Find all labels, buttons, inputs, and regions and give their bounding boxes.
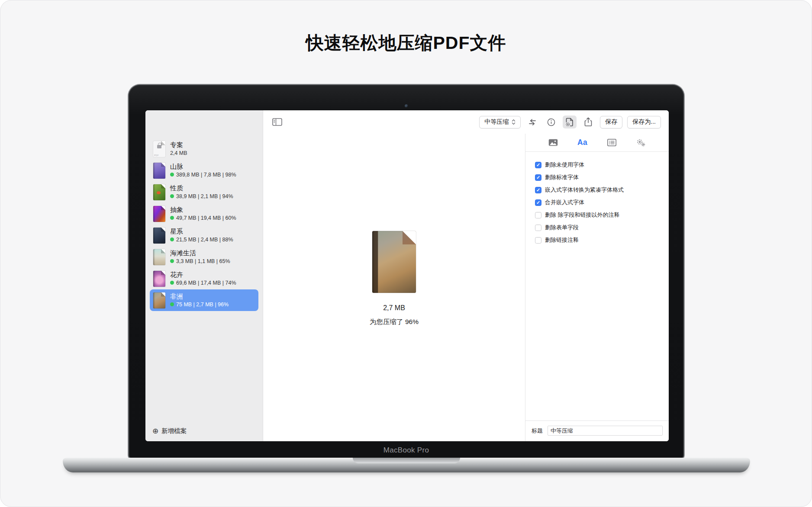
tab-settings[interactable] xyxy=(632,136,650,149)
compression-select-value: 中等压缩 xyxy=(484,118,509,126)
file-stats: 3,3 MB | 1,1 MB | 65% xyxy=(176,258,230,264)
preview-area: 2,7 MB 为您压缩了 96% xyxy=(263,134,525,441)
option-row: ✓ 合并嵌入式字体 xyxy=(535,197,669,208)
save-button[interactable]: 保存 xyxy=(600,116,622,128)
file-thumbnail xyxy=(153,228,165,244)
file-name: 抽象 xyxy=(170,206,236,214)
status-dot-icon xyxy=(170,173,174,176)
file-list-item[interactable]: 抽象 49,7 MB | 19,4 MB | 60% xyxy=(150,203,258,225)
tab-fonts[interactable]: Aa xyxy=(574,136,591,149)
file-stats: 21,5 MB | 2,4 MB | 88% xyxy=(176,237,233,243)
file-name: 星系 xyxy=(170,228,233,235)
compare-button[interactable] xyxy=(525,116,539,128)
file-list-item[interactable]: 花卉 69,6 MB | 17,4 MB | 74% xyxy=(150,268,258,289)
page-title: 快速轻松地压缩PDF文件 xyxy=(0,31,812,55)
compressed-size: 2,7 MB xyxy=(383,304,405,312)
file-list-item[interactable]: 星系 21,5 MB | 2,4 MB | 88% xyxy=(150,225,258,246)
title-input[interactable] xyxy=(548,426,663,436)
save-as-button-label: 保存为... xyxy=(632,118,656,126)
title-field-label: 标题 xyxy=(532,427,543,435)
info-button[interactable] xyxy=(544,116,558,128)
fonts-tab-label: Aa xyxy=(577,138,587,147)
page-curl-icon xyxy=(161,249,165,254)
option-label: 删除 除字段和链接以外的注释 xyxy=(545,211,620,219)
option-row: ✓ 删除链接注释 xyxy=(535,235,669,245)
list-icon xyxy=(607,139,616,146)
file-stats: 49,7 MB | 19,4 MB | 60% xyxy=(176,215,236,221)
checkbox[interactable]: ✓ xyxy=(535,225,541,231)
sidebar-toggle-button[interactable] xyxy=(270,116,284,128)
checkmark-icon: ✓ xyxy=(536,162,540,167)
document-gear-icon xyxy=(566,117,574,127)
file-list-item[interactable]: 海滩生活 3,3 MB | 1,1 MB | 65% xyxy=(150,246,258,268)
checkbox[interactable]: ✓ xyxy=(535,174,541,181)
pdf-preview xyxy=(372,231,416,293)
chevron-up-down-icon xyxy=(512,119,516,125)
option-label: 嵌入式字体转换为紧凑字体格式 xyxy=(545,186,624,194)
checkmark-icon: ✓ xyxy=(536,187,540,192)
swap-arrows-icon xyxy=(528,119,537,125)
checkbox[interactable]: ✓ xyxy=(535,162,541,168)
file-list-item[interactable]: 山脉 389,8 MB | 7,8 MB | 98% xyxy=(150,160,258,181)
page-curl-icon xyxy=(161,206,165,210)
file-thumbnail xyxy=(153,163,165,179)
option-row: ✓ 删除表单字段 xyxy=(535,222,669,233)
file-name: 花卉 xyxy=(170,271,236,279)
tab-annotations[interactable] xyxy=(603,136,620,149)
compression-settings-button[interactable] xyxy=(563,116,577,128)
device-label: MacBook Pro xyxy=(129,446,684,455)
file-list-item[interactable]: PDF 专案 2,4 MB xyxy=(150,138,258,160)
laptop-screen: MacBook Pro PDF 专案 xyxy=(129,85,684,459)
page-curl-icon xyxy=(161,163,165,167)
file-thumbnail xyxy=(153,249,165,265)
page-curl-icon xyxy=(161,184,165,189)
status-dot-icon xyxy=(170,194,174,198)
checkmark-icon: ✓ xyxy=(536,175,540,180)
plus-circle-icon: ⊕ xyxy=(152,427,158,435)
save-as-button[interactable]: 保存为... xyxy=(627,116,661,128)
checkbox[interactable]: ✓ xyxy=(535,212,541,218)
checkmark-icon: ✓ xyxy=(536,200,540,205)
option-row: ✓ 删除标准字体 xyxy=(535,172,669,183)
font-options-list: ✓ 删除未使用字体 ✓ 删除标准字体 ✓ xyxy=(525,152,669,247)
inspector-tabs: Aa xyxy=(525,134,669,152)
save-button-label: 保存 xyxy=(605,118,617,126)
file-stats: 2,4 MB xyxy=(170,150,187,156)
marketing-card: 快速轻松地压缩PDF文件 MacBook Pro PDF xyxy=(0,0,812,507)
status-dot-icon xyxy=(170,216,174,220)
sidebar-toggle-icon xyxy=(272,118,282,126)
tab-images[interactable] xyxy=(545,136,562,149)
sidebar: PDF 专案 2,4 MB xyxy=(145,110,263,441)
file-thumbnail xyxy=(153,292,165,308)
file-name: 性质 xyxy=(170,185,233,192)
file-list: PDF 专案 2,4 MB xyxy=(145,138,263,311)
gears-icon xyxy=(636,139,646,147)
file-thumbnail xyxy=(153,206,165,222)
file-list-item[interactable]: 非洲 75 MB | 2,7 MB | 96% xyxy=(150,289,258,311)
camera-icon xyxy=(405,104,408,108)
status-dot-icon xyxy=(170,281,174,285)
compression-message: 为您压缩了 96% xyxy=(370,318,419,327)
page-curl-icon xyxy=(161,228,165,232)
status-dot-icon xyxy=(170,302,174,306)
checkbox[interactable]: ✓ xyxy=(535,199,541,206)
share-button[interactable] xyxy=(581,116,595,128)
option-label: 删除表单字段 xyxy=(545,224,579,231)
add-file-button[interactable]: ⊕ 新增檔案 xyxy=(152,427,187,435)
inspector-panel: Aa xyxy=(525,134,669,441)
option-row: ✓ 删除 除字段和链接以外的注释 xyxy=(535,210,669,220)
checkbox[interactable]: ✓ xyxy=(535,237,541,244)
info-icon xyxy=(547,118,555,126)
picture-icon xyxy=(548,139,558,146)
compression-select[interactable]: 中等压缩 xyxy=(479,116,521,128)
pdf-badge: PDF xyxy=(154,154,159,157)
option-label: 删除未使用字体 xyxy=(545,161,584,169)
page-curl-icon xyxy=(161,292,165,297)
add-file-label: 新增檔案 xyxy=(161,427,187,435)
option-label: 删除标准字体 xyxy=(545,173,579,181)
file-thumbnail xyxy=(153,271,165,287)
checkbox[interactable]: ✓ xyxy=(535,187,541,193)
file-list-item[interactable]: 性质 38,9 MB | 2,1 MB | 94% xyxy=(150,181,258,203)
file-thumbnail: PDF xyxy=(153,141,165,157)
toolbar: 中等压缩 xyxy=(263,110,669,134)
